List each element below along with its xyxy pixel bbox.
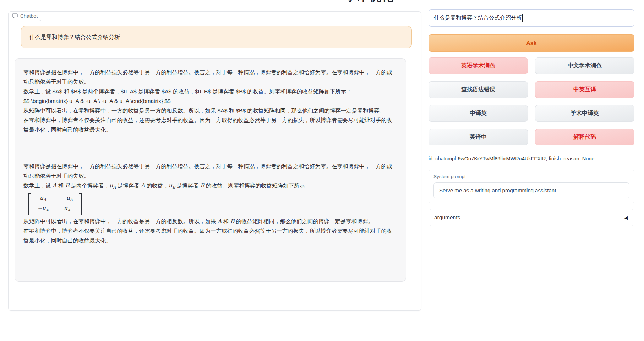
controls-column: 什么是零和博弈？结合公式介绍分析 Ask 英语学术润色中文学术润色查找语法错误中… (429, 9, 634, 311)
system-prompt-value: Serve me as a writing and programming as… (439, 187, 557, 193)
user-message: 什么是零和博弈？结合公式介绍分析 (21, 26, 412, 48)
bot-paragraph: 在零和博弈中，博弈者不仅要关注自己的收益，还需要考虑对手的收益。因为一方取得的收… (23, 115, 397, 134)
chatbot-label-text: Chatbot (20, 13, 38, 19)
matrix-bracket-right (79, 193, 82, 215)
quick-action-button-0[interactable]: 英语学术润色 (429, 57, 528, 74)
matrix-row: uA−uA (36, 194, 75, 204)
inline-math: uA (60, 204, 75, 214)
chatbot-label: Chatbot (8, 11, 42, 21)
inline-math: −uA (60, 194, 75, 204)
question-input[interactable]: 什么是零和博弈？结合公式介绍分析 (429, 9, 634, 27)
inline-math: −uA (36, 204, 50, 214)
question-input-value: 什么是零和博弈？结合公式介绍分析 (434, 14, 522, 22)
system-prompt-group: System prompt Serve me as a writing and … (429, 170, 634, 203)
inline-math: B (200, 182, 204, 189)
bot-paragraph: 从矩阵中可以看出，在零和博弈中，一方的收益是另一方的相反数。所以，如果 $A$ … (23, 106, 397, 115)
bot-paragraph: 数学上，设 A 和 B 是两个博弈者，uA 是博弈者 A 的收益，uB 是博弈者… (23, 181, 397, 192)
quick-action-button-7[interactable]: 解释代码 (535, 129, 634, 145)
inline-math: A (141, 182, 145, 189)
quick-action-button-6[interactable]: 英译中 (429, 129, 528, 145)
system-prompt-label: System prompt (433, 174, 629, 179)
message-gap (23, 134, 397, 161)
quick-action-button-5[interactable]: 学术中译英 (535, 105, 634, 122)
inline-math: B (230, 218, 235, 225)
accordion-collapse-icon: ◀ (624, 215, 628, 220)
inline-math: uB (169, 182, 175, 189)
matrix-cells: uA−uA−uAuA (31, 193, 79, 215)
ask-button[interactable]: Ask (429, 34, 634, 52)
accordion-label: arguments (434, 214, 460, 221)
quick-actions-grid: 英语学术润色中文学术润色查找语法错误中英互译中译英学术中译英英译中解释代码 (429, 57, 634, 145)
quick-action-button-4[interactable]: 中译英 (429, 105, 528, 122)
quick-action-button-1[interactable]: 中文学术润色 (535, 57, 634, 74)
matrix-bracket-left (28, 193, 31, 215)
user-message-text: 什么是零和博弈？结合公式介绍分析 (29, 34, 120, 40)
bot-paragraph: 零和博弈是指在博弈中，一方的利益损失必然等于另一方的利益增益。换言之，对于每一种… (23, 67, 397, 87)
inline-math: A (218, 218, 222, 225)
math-matrix: uA−uA−uAuA (28, 193, 82, 215)
quick-action-button-3[interactable]: 中英互译 (535, 81, 634, 98)
inline-math: A (53, 182, 57, 189)
text-cursor (522, 14, 523, 22)
bot-paragraph: $$ \begin{bmatrix} u_A & -u_A \ -u_A & u… (23, 96, 397, 106)
chat-bubble-icon (12, 13, 18, 19)
bot-message: 零和博弈是指在博弈中，一方的利益损失必然等于另一方的利益增益。换言之，对于每一种… (15, 58, 406, 282)
arguments-accordion[interactable]: arguments ◀ (429, 209, 634, 226)
quick-action-button-2[interactable]: 查找语法错误 (429, 81, 528, 98)
status-line: id: chatcmpl-6wOo7KrYTwMl89lbrMWRu4UkFFX… (429, 156, 634, 161)
bot-paragraph: 从矩阵中可以看出，在零和博弈中，一方的收益是另一方的相反数。所以，如果 A 和 … (23, 216, 397, 226)
inline-math: uA (36, 194, 50, 204)
chatbot-panel: Chatbot 什么是零和博弈？结合公式介绍分析 零和博弈是指在博弈中，一方的利… (8, 11, 421, 311)
bot-paragraph: 在零和博弈中，博弈者不仅要关注自己的收益，还需要考虑对手的收益。因为一方取得的收… (23, 226, 397, 245)
matrix-row: −uAuA (36, 204, 75, 214)
bot-paragraph: 数学上，设 $A$ 和 $B$ 是两个博弈者，$u_A$ 是博弈者 $A$ 的收… (23, 87, 397, 96)
inline-math: B (65, 182, 70, 189)
system-prompt-input[interactable]: Serve me as a writing and programming as… (433, 182, 629, 198)
app-page: ChatGPT 学术优化 Chatbot 什么是零和博弈？结合公式介绍分析 零和… (0, 0, 644, 341)
bot-paragraph: 零和博弈是指在博弈中，一方的利益损失必然等于另一方的利益增益。换言之，对于每一种… (23, 161, 397, 181)
inline-math: uA (109, 182, 116, 189)
